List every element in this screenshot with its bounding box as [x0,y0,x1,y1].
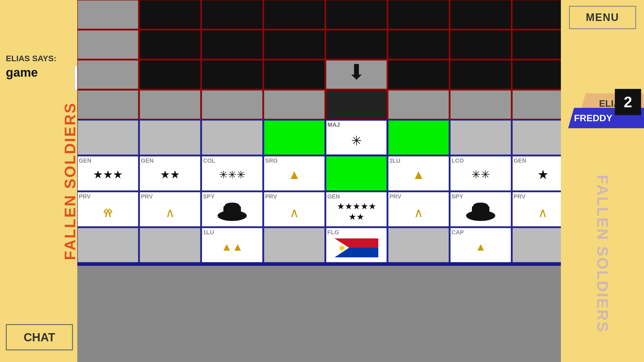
fallen-soldiers-right-label: FALLEN SOLDIERS [594,175,611,333]
svg-text:★: ★ [537,167,549,182]
svg-rect-5 [326,0,387,29]
svg-rect-38 [77,120,139,155]
menu-button[interactable]: MENU [569,6,636,29]
svg-rect-45 [388,120,449,155]
svg-text:▲: ▲ [412,167,425,182]
svg-rect-14 [326,30,387,59]
svg-rect-25 [388,60,449,89]
svg-text:2LU: 2LU [389,157,400,164]
svg-rect-108 [139,228,201,263]
svg-rect-2 [139,0,201,29]
svg-text:GEN: GEN [141,157,153,164]
svg-text:SRG: SRG [265,157,278,164]
svg-rect-34 [388,90,449,119]
svg-text:✳✳✳: ✳✳✳ [219,169,245,181]
svg-text:▲: ▲ [288,167,301,182]
svg-rect-41 [264,120,325,155]
svg-point-100 [473,203,488,208]
elias-says-box: ELIAS SAYS: game [6,54,76,80]
svg-rect-39 [139,120,201,155]
svg-text:GEN: GEN [327,193,340,200]
left-panel: FALLEN SOLDIERS ELIAS SAYS: game CHAT [0,0,77,362]
svg-rect-29 [77,90,139,119]
svg-text:FLG: FLG [327,229,339,236]
score-number: 2 [615,89,641,115]
svg-rect-30 [139,90,201,119]
svg-rect-21 [202,60,263,89]
svg-rect-46 [450,120,511,155]
svg-text:✳: ✳ [351,133,362,148]
svg-rect-35 [450,90,511,119]
svg-text:PRV: PRV [79,193,91,200]
elias-says-label: ELIAS SAYS: [6,54,76,63]
svg-point-85 [225,203,239,208]
svg-rect-40 [202,120,263,155]
game-board: ⬇ MAJ ✳ GEN ★★★ [77,0,637,362]
chat-button[interactable]: CHAT [6,324,73,350]
svg-rect-107 [77,228,139,263]
elias-says-message: game [6,66,76,80]
svg-text:SPY: SPY [203,193,215,200]
svg-rect-15 [388,30,449,59]
svg-text:COL: COL [203,157,215,164]
svg-rect-12 [202,30,263,59]
svg-text:∧: ∧ [290,205,299,220]
svg-text:★★: ★★ [349,212,364,222]
svg-text:PRV: PRV [514,193,526,200]
right-panel: MENU ELIAS 2 FREDDY FALLEN SOLDIERS [561,0,644,362]
svg-text:★★: ★★ [160,168,180,181]
svg-text:∧: ∧ [165,205,175,220]
svg-text:▲: ▲ [475,241,486,253]
svg-rect-125 [77,262,637,266]
svg-rect-4 [264,0,325,29]
svg-rect-13 [264,30,325,59]
svg-rect-11 [139,30,201,59]
svg-rect-3 [202,0,263,29]
svg-text:✳✳: ✳✳ [471,168,490,181]
svg-rect-6 [388,0,449,29]
svg-text:GEN: GEN [79,157,91,164]
svg-text:CAP: CAP [452,229,464,236]
svg-text:PRV: PRV [141,193,153,200]
svg-rect-61 [326,156,387,191]
svg-text:GEN: GEN [514,157,526,164]
svg-text:∧: ∧ [103,205,113,220]
svg-rect-31 [202,90,263,119]
svg-text:★★★: ★★★ [93,168,123,181]
svg-text:MAJ: MAJ [328,122,340,128]
svg-text:1LU: 1LU [203,229,214,236]
svg-text:∧: ∧ [414,205,423,220]
svg-rect-26 [450,60,511,89]
svg-point-118 [340,246,344,250]
svg-text:PRV: PRV [265,193,277,200]
svg-rect-33 [326,90,387,119]
svg-rect-1 [77,0,139,29]
svg-text:LCO: LCO [452,157,464,164]
fallen-soldiers-left-label: FALLEN SOLDIERS [61,102,79,260]
freddy-label: FREDDY [574,113,612,124]
svg-text:PRV: PRV [389,193,401,200]
svg-text:∧: ∧ [538,205,547,220]
svg-text:★★★★★: ★★★★★ [337,201,376,211]
svg-rect-22 [264,60,325,89]
svg-rect-112 [264,228,325,263]
svg-rect-126 [77,266,637,362]
svg-rect-10 [77,30,139,59]
svg-text:SPY: SPY [452,193,463,200]
svg-text:⬇: ⬇ [348,60,365,84]
svg-text:▲▲: ▲▲ [221,241,243,253]
svg-rect-7 [450,0,511,29]
svg-rect-20 [139,60,201,89]
svg-rect-32 [264,90,325,119]
svg-rect-16 [450,30,511,59]
svg-rect-19 [77,60,139,89]
fallen-soldiers-right: FALLEN SOLDIERS [561,146,644,362]
svg-rect-119 [388,228,449,263]
